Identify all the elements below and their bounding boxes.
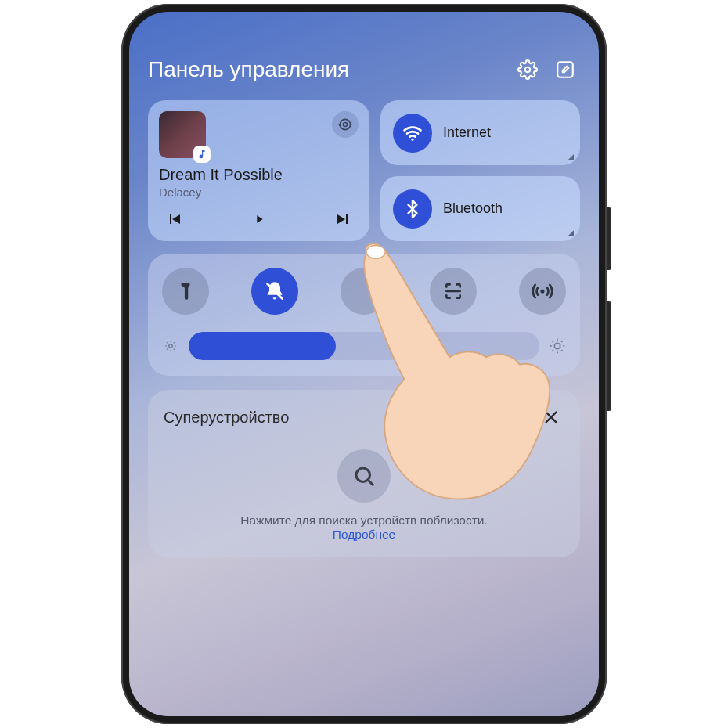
bluetooth-icon-wrap <box>393 189 432 229</box>
play-pause-button[interactable] <box>248 208 270 230</box>
audio-output-icon <box>337 117 353 132</box>
super-device-card: Суперустройство Нажмите для поиска устро… <box>148 390 580 557</box>
bluetooth-icon <box>402 199 423 219</box>
bluetooth-label: Bluetooth <box>443 200 503 217</box>
music-note-icon <box>196 149 207 160</box>
hotspot-toggle[interactable] <box>519 268 566 315</box>
media-card[interactable]: Dream It Possible Delacey <box>148 100 369 241</box>
edit-button[interactable] <box>550 55 580 85</box>
gear-icon <box>517 59 538 80</box>
svg-point-4 <box>411 138 413 140</box>
super-device-target-button[interactable] <box>503 404 530 431</box>
svg-point-10 <box>516 416 518 419</box>
brightness-fill <box>189 332 336 360</box>
close-icon <box>542 409 560 426</box>
svg-point-6 <box>169 344 173 348</box>
search-devices-button[interactable] <box>337 449 391 503</box>
track-artist: Delacey <box>159 186 359 199</box>
brightness-track[interactable] <box>189 332 539 360</box>
previous-track-button[interactable] <box>164 208 186 230</box>
wifi-icon <box>402 122 423 144</box>
media-controls <box>159 208 359 230</box>
quick-toggles-panel <box>148 254 580 376</box>
screenshot-toggle[interactable] <box>430 268 477 315</box>
side-button-1 <box>607 207 611 270</box>
album-art <box>159 111 206 158</box>
internet-tile[interactable]: Internet <box>380 100 580 165</box>
track-title: Dream It Possible <box>159 166 359 184</box>
expand-corner-icon <box>568 230 574 236</box>
brightness-slider[interactable] <box>162 332 566 360</box>
internet-label: Internet <box>443 124 491 141</box>
mute-toggle[interactable] <box>251 268 298 315</box>
brightness-high-icon <box>549 337 566 355</box>
wifi-icon-wrap <box>393 114 432 153</box>
audio-output-button[interactable] <box>332 111 359 138</box>
svg-rect-1 <box>557 62 573 77</box>
bell-off-icon <box>264 280 286 302</box>
svg-point-0 <box>525 67 531 73</box>
skip-next-icon <box>333 210 352 229</box>
svg-point-7 <box>554 343 560 348</box>
next-track-button[interactable] <box>332 208 354 230</box>
search-icon <box>352 464 376 488</box>
super-device-hint: Нажмите для поиска устройств поблизости. <box>164 514 564 528</box>
screenshot-icon <box>443 281 463 301</box>
svg-point-2 <box>344 123 348 127</box>
screen: Панель управления <box>129 12 599 716</box>
page-title: Панель управления <box>148 57 505 82</box>
target-icon <box>507 408 526 427</box>
phone-frame: Панель управления <box>121 4 607 724</box>
super-device-more-link[interactable]: Подробнее <box>164 528 564 542</box>
bluetooth-tile[interactable]: Bluetooth <box>380 176 580 241</box>
toggle-3[interactable] <box>341 268 387 315</box>
side-button-2 <box>607 301 611 411</box>
flashlight-toggle[interactable] <box>162 268 209 315</box>
super-device-close-button[interactable] <box>538 404 564 431</box>
header: Панель управления <box>148 55 580 85</box>
super-device-title: Суперустройство <box>164 409 496 427</box>
brightness-low-icon <box>162 337 179 355</box>
edit-icon <box>555 59 575 80</box>
expand-corner-icon <box>568 154 574 160</box>
music-app-badge <box>193 146 211 163</box>
play-icon <box>253 210 265 229</box>
flashlight-icon <box>175 281 196 301</box>
settings-button[interactable] <box>513 55 542 85</box>
svg-point-5 <box>540 289 544 293</box>
svg-point-3 <box>340 119 350 129</box>
skip-previous-icon <box>165 210 184 229</box>
hotspot-icon <box>532 280 553 302</box>
